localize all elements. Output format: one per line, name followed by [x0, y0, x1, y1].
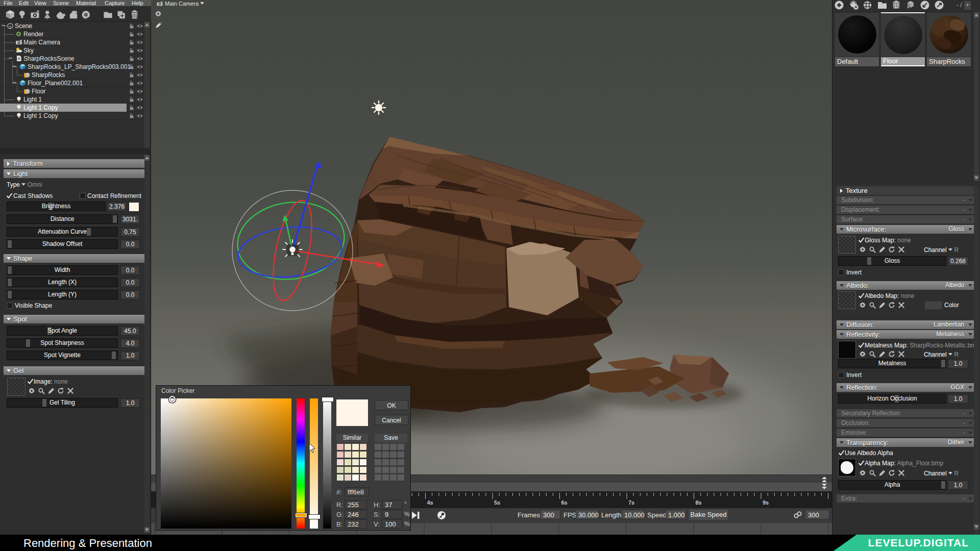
svg-text:- /: - /	[957, 2, 962, 9]
svg-text:4s: 4s	[427, 499, 433, 506]
svg-text:8s: 8s	[696, 499, 702, 506]
svg-text:6s: 6s	[561, 499, 568, 506]
svg-text:7s: 7s	[628, 499, 634, 506]
svg-text:5s: 5s	[494, 499, 500, 506]
svg-text:+: +	[966, 2, 969, 9]
svg-text:LEVELUP.DIGITAL: LEVELUP.DIGITAL	[868, 537, 969, 548]
svg-text:9s: 9s	[763, 499, 769, 506]
